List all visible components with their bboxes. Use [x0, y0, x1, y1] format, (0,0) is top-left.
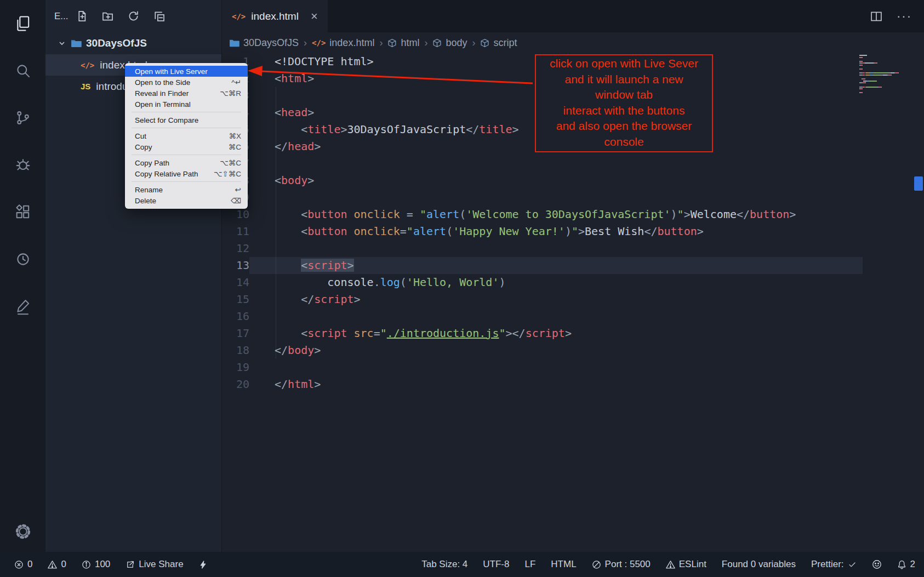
- refresh-icon[interactable]: [128, 10, 139, 22]
- status-item[interactable]: [199, 560, 207, 569]
- line-number: 13: [222, 257, 249, 274]
- status-item[interactable]: ESLint: [666, 559, 706, 570]
- context-menu: Open with Live ServerOpen to the Side^↵R…: [125, 63, 248, 209]
- code-line-10[interactable]: 10 <button onclick = "alert('Welcome to …: [222, 206, 924, 223]
- menu-shortcut: ⌥⌘C: [220, 158, 241, 167]
- tab-strip: </> index.html × ···: [222, 0, 924, 32]
- menu-shortcut: ⌫: [231, 196, 241, 205]
- extensions-icon[interactable]: [0, 199, 45, 225]
- line-number: 16: [222, 308, 249, 325]
- minimap[interactable]: [859, 55, 910, 94]
- collapse-all-icon[interactable]: [153, 10, 165, 22]
- html-icon: </>: [312, 38, 326, 47]
- line-number: 11: [222, 223, 249, 240]
- menu-item[interactable]: Open in Terminal: [125, 99, 248, 110]
- menu-item[interactable]: Delete⌫: [125, 195, 248, 206]
- code-line-13[interactable]: 13 <script>: [222, 257, 924, 274]
- code-line-18[interactable]: 18</body>: [222, 342, 924, 359]
- status-item[interactable]: 2: [897, 559, 915, 570]
- status-item[interactable]: Prettier:: [811, 559, 857, 570]
- menu-item[interactable]: Open with Live Server: [125, 66, 248, 77]
- status-item[interactable]: Live Share: [126, 559, 183, 570]
- line-number: 17: [222, 325, 249, 342]
- folder-item-30DaysOfJS[interactable]: 30DaysOfJS: [45, 32, 221, 54]
- run-debug-icon[interactable]: [0, 152, 45, 178]
- menu-item[interactable]: Rename↩: [125, 184, 248, 195]
- error-circle-icon: [14, 560, 24, 569]
- port-slash-icon: [592, 560, 601, 569]
- status-item[interactable]: 0: [48, 559, 66, 570]
- line-content: console.log('Hello, World'): [249, 274, 863, 291]
- line-content: <script>: [249, 257, 863, 274]
- code-line-20[interactable]: 20</html>: [222, 376, 924, 393]
- status-item[interactable]: [872, 559, 882, 569]
- code-line-15[interactable]: 15 </script>: [222, 291, 924, 308]
- code-line-7[interactable]: 7: [222, 155, 924, 172]
- breadcrumb-item[interactable]: 30DaysOfJS: [229, 37, 299, 49]
- folder-icon: [71, 38, 82, 48]
- edit-pen-icon[interactable]: [0, 294, 45, 319]
- status-item[interactable]: Port : 5500: [592, 559, 651, 570]
- scrollbar-marker[interactable]: [914, 176, 923, 191]
- status-item[interactable]: Tab Size: 4: [421, 559, 467, 570]
- search-icon[interactable]: [0, 58, 45, 83]
- breadcrumb-item[interactable]: body: [432, 37, 467, 49]
- code-line-17[interactable]: 17 <script src="./introduction.js"></scr…: [222, 325, 924, 342]
- status-item[interactable]: Found 0 variables: [722, 559, 796, 570]
- vscode-window: E... 30DaysOfJS </>index.htmlJSintroduct…: [0, 0, 924, 577]
- status-item[interactable]: HTML: [551, 559, 576, 570]
- menu-shortcut: ↩: [235, 185, 241, 194]
- menu-shortcut: ^↵: [231, 78, 241, 87]
- menu-item[interactable]: Reveal in Finder⌥⌘R: [125, 88, 248, 99]
- settings-gear-icon[interactable]: [0, 519, 45, 544]
- menu-item[interactable]: Select for Compare: [125, 115, 248, 125]
- status-item[interactable]: 100: [82, 559, 110, 570]
- tab-index-html[interactable]: </> index.html ×: [222, 0, 328, 32]
- code-line-19[interactable]: 19: [222, 359, 924, 376]
- split-editor-icon[interactable]: [870, 10, 882, 22]
- line-content: [249, 308, 863, 325]
- status-bar: 00100Live Share Tab Size: 4UTF-8LFHTMLPo…: [0, 552, 924, 577]
- status-item[interactable]: 0: [14, 559, 32, 570]
- menu-item[interactable]: Copy Relative Path⌥⇧⌘C: [125, 168, 248, 179]
- breadcrumb-item[interactable]: html: [387, 37, 419, 49]
- status-right: Tab Size: 4UTF-8LFHTMLPort : 5500ESLintF…: [421, 559, 915, 570]
- folder-icon: [229, 38, 239, 48]
- breadcrumb-separator-icon: ›: [304, 37, 307, 49]
- menu-separator: [132, 181, 241, 182]
- code-line-16[interactable]: 16: [222, 308, 924, 325]
- line-number: 14: [222, 274, 249, 291]
- code-line-9[interactable]: 9: [222, 189, 924, 206]
- status-left: 00100Live Share: [14, 559, 207, 570]
- more-actions-icon[interactable]: ···: [897, 9, 912, 24]
- menu-shortcut: ⌘C: [229, 142, 241, 151]
- code-line-11[interactable]: 11 <button onclick="alert('Happy New Yea…: [222, 223, 924, 240]
- menu-item[interactable]: Cut⌘X: [125, 130, 248, 141]
- menu-item[interactable]: Copy Path⌥⌘C: [125, 157, 248, 168]
- line-content: </script>: [249, 291, 863, 308]
- menu-item[interactable]: Copy⌘C: [125, 141, 248, 152]
- tab-close-icon[interactable]: ×: [311, 9, 318, 24]
- source-control-icon[interactable]: [0, 105, 45, 130]
- chevron-down-icon: [58, 39, 66, 48]
- line-content: <script src="./introduction.js"></script…: [249, 325, 863, 342]
- menu-shortcut: ⌥⌘R: [220, 89, 241, 98]
- line-content: <button onclick = "alert('Welcome to 30D…: [249, 206, 863, 223]
- breadcrumb-item[interactable]: script: [480, 37, 517, 49]
- status-item[interactable]: UTF-8: [483, 559, 509, 570]
- history-icon[interactable]: [0, 247, 45, 272]
- breadcrumb-item[interactable]: </>index.html: [312, 37, 374, 49]
- code-line-8[interactable]: 8<body>: [222, 172, 924, 189]
- html-file-icon: </>: [232, 12, 246, 21]
- new-folder-icon[interactable]: [102, 10, 113, 22]
- code-line-14[interactable]: 14 console.log('Hello, World'): [222, 274, 924, 291]
- code-line-12[interactable]: 12: [222, 240, 924, 257]
- sidebar-title: E...: [54, 11, 69, 22]
- explorer-icon[interactable]: [0, 11, 45, 36]
- breadcrumb-separator-icon: ›: [424, 37, 427, 49]
- line-content: <button onclick="alert('Happy New Year!'…: [249, 223, 863, 240]
- new-file-icon[interactable]: [76, 10, 88, 22]
- status-item[interactable]: LF: [524, 559, 535, 570]
- line-content: </body>: [249, 342, 863, 359]
- menu-item[interactable]: Open to the Side^↵: [125, 77, 248, 88]
